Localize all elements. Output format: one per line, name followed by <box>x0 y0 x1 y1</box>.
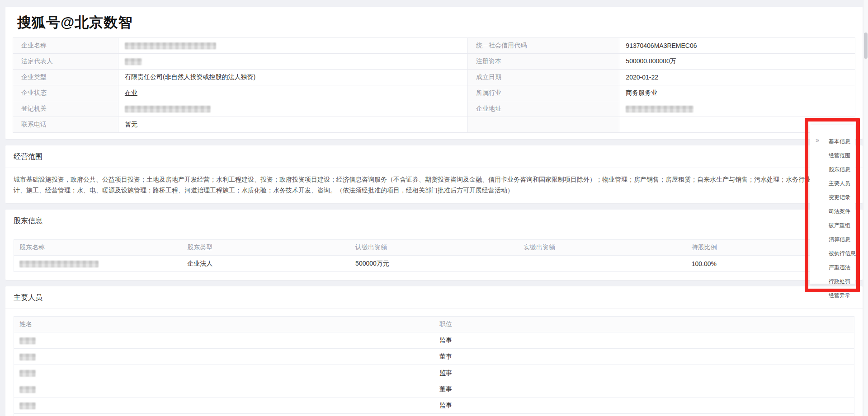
field-label-company-type: 企业类型 <box>13 70 118 85</box>
basic-info-table: 企业名称 统一社会信用代码 91370406MA3REMEC06 法定代表人 注… <box>13 37 855 133</box>
anchor-item-change-records[interactable]: 变更记录 <box>810 191 855 205</box>
redacted-value <box>626 106 693 112</box>
cell-person-name <box>14 365 434 381</box>
anchor-item-business-scope[interactable]: 经营范围 <box>810 149 855 163</box>
field-value-company-name <box>118 38 467 54</box>
table-row: 企业法人 500000万元 100.00% <box>14 256 854 272</box>
field-label-registered-capital: 注册资本 <box>468 54 619 70</box>
table-row: 联系电话 暂无 <box>13 117 855 133</box>
cell-person-name <box>14 381 434 397</box>
field-label-industry: 所属行业 <box>468 85 619 101</box>
scrollbar-track[interactable] <box>863 0 868 416</box>
field-value-company-address <box>619 101 855 117</box>
shareholders-table: 股东名称 股东类型 认缴出资额 实缴出资额 持股比例 企业法人 500000万元… <box>14 239 854 272</box>
table-row: 企业类型 有限责任公司(非自然人投资或控股的法人独资) 成立日期 2020-01… <box>13 70 855 85</box>
redacted-value <box>125 58 142 65</box>
collapse-panel-icon[interactable]: » <box>816 136 819 144</box>
field-value-establish-date: 2020-01-22 <box>619 70 855 85</box>
basic-info-card: 搜狐号@北京数智 企业名称 统一社会信用代码 91370406MA3REMEC0… <box>5 7 863 139</box>
field-value-company-status: 在业 <box>118 85 467 101</box>
redacted-value <box>19 337 36 344</box>
anchor-item-enforcement[interactable]: 被执行信息 <box>810 247 855 261</box>
redacted-value <box>125 106 211 112</box>
shareholders-card: 股东信息 股东名称 股东类型 认缴出资额 实缴出资额 持股比例 企业法人 <box>5 210 863 280</box>
column-header-shareholder-name: 股东名称 <box>14 240 182 256</box>
scrollbar-thumb[interactable] <box>864 33 868 59</box>
table-row: 法定代表人 注册资本 500000.000000万 <box>13 54 855 70</box>
section-title-shareholders: 股东信息 <box>5 210 863 232</box>
cell-person-position: 监事 <box>434 365 854 381</box>
field-value-legal-rep <box>118 54 467 70</box>
redacted-value <box>19 370 36 377</box>
field-value-registered-capital: 500000.000000万 <box>619 54 855 70</box>
cell-person-position: 董事长 <box>434 414 854 416</box>
column-header-paid-capital: 实缴出资额 <box>518 240 686 256</box>
table-row: 董事 <box>14 349 854 365</box>
redacted-value <box>19 402 36 409</box>
cell-person-name <box>14 349 434 365</box>
redacted-value <box>19 261 99 267</box>
shareholders-table-wrap: 股东名称 股东类型 认缴出资额 实缴出资额 持股比例 企业法人 500000万元… <box>5 232 863 280</box>
status-link[interactable]: 在业 <box>125 89 137 96</box>
redacted-value <box>19 354 36 360</box>
field-label-registration-authority: 登记机关 <box>13 101 118 117</box>
field-value-company-type: 有限责任公司(非自然人投资或控股的法人独资) <box>118 70 467 85</box>
table-row: 企业状态 在业 所属行业 商务服务业 <box>13 85 855 101</box>
column-header-position: 职位 <box>434 317 854 332</box>
cell-person-name <box>14 414 434 416</box>
column-header-shareholder-type: 股东类型 <box>182 240 350 256</box>
cell-shareholder-name <box>14 256 182 272</box>
table-row: 登记机关 企业地址 <box>13 101 855 117</box>
section-title-personnel: 主要人员 <box>5 286 863 309</box>
field-label-company-name: 企业名称 <box>13 38 118 54</box>
cell-person-position: 董事 <box>434 349 854 365</box>
field-label-company-address: 企业地址 <box>468 101 619 117</box>
column-header-subscribed-capital: 认缴出资额 <box>350 240 518 256</box>
watermark-title: 搜狐号@北京数智 <box>13 10 855 37</box>
table-row: 董事 <box>14 381 854 397</box>
field-label-empty <box>468 117 619 133</box>
field-label-contact-phone: 联系电话 <box>13 117 118 133</box>
personnel-table: 姓名 职位 监事 董事 监事 <box>14 316 854 416</box>
cell-person-position: 董事 <box>434 381 854 397</box>
personnel-table-wrap: 姓名 职位 监事 董事 监事 <box>5 309 863 416</box>
anchor-item-liquidation[interactable]: 清算信息 <box>810 233 855 247</box>
table-row: 监事 <box>14 397 854 414</box>
field-label-legal-rep: 法定代表人 <box>13 54 118 70</box>
company-profile-page: 搜狐号@北京数智 企业名称 统一社会信用代码 91370406MA3REMEC0… <box>0 0 868 416</box>
anchor-item-abnormal-operation[interactable]: 经营异常 <box>810 289 855 303</box>
field-label-credit-code: 统一社会信用代码 <box>468 38 619 54</box>
cell-shareholder-type: 企业法人 <box>182 256 350 272</box>
table-row: 董事长 <box>14 414 854 416</box>
anchor-item-admin-penalty[interactable]: 行政处罚 <box>810 275 855 289</box>
field-value-contact-phone: 暂无 <box>118 117 467 133</box>
field-value-industry: 商务服务业 <box>619 85 855 101</box>
business-scope-text: 城市基础设施投资，政府公共、公益项目投资；土地及房地产开发经营；水利工程建设、投… <box>5 168 863 203</box>
cell-person-position: 监事 <box>434 397 854 414</box>
anchor-item-bankruptcy[interactable]: 破产重组 <box>810 219 855 233</box>
section-title-business-scope: 经营范围 <box>5 145 863 168</box>
redacted-value <box>19 386 36 393</box>
field-value-credit-code: 91370406MA3REMEC06 <box>619 38 855 54</box>
anchor-item-personnel[interactable]: 主要人员 <box>810 177 855 191</box>
business-scope-card: 经营范围 城市基础设施投资，政府公共、公益项目投资；土地及房地产开发经营；水利工… <box>5 145 863 203</box>
anchor-item-judicial-cases[interactable]: 司法案件 <box>810 205 855 219</box>
field-label-company-status: 企业状态 <box>13 85 118 101</box>
table-header-row: 股东名称 股东类型 认缴出资额 实缴出资额 持股比例 <box>14 240 854 256</box>
table-row: 企业名称 统一社会信用代码 91370406MA3REMEC06 <box>13 38 855 54</box>
field-value-registration-authority <box>118 101 467 117</box>
cell-subscribed-capital: 500000万元 <box>350 256 518 272</box>
cell-person-position: 监事 <box>434 332 854 349</box>
cell-person-name <box>14 397 434 414</box>
table-header-row: 姓名 职位 <box>14 317 854 332</box>
anchor-item-shareholders[interactable]: 股东信息 <box>810 163 855 177</box>
field-label-establish-date: 成立日期 <box>468 70 619 85</box>
personnel-card: 主要人员 姓名 职位 监事 董事 <box>5 286 863 416</box>
column-header-name: 姓名 <box>14 317 434 332</box>
cell-person-name <box>14 332 434 349</box>
table-row: 监事 <box>14 332 854 349</box>
table-row: 监事 <box>14 365 854 381</box>
anchor-nav-panel: » 基本信息 经营范围 股东信息 主要人员 变更记录 司法案件 破产重组 清算信… <box>810 125 855 284</box>
redacted-value <box>125 42 216 49</box>
anchor-item-serious-violation[interactable]: 严重违法 <box>810 261 855 275</box>
